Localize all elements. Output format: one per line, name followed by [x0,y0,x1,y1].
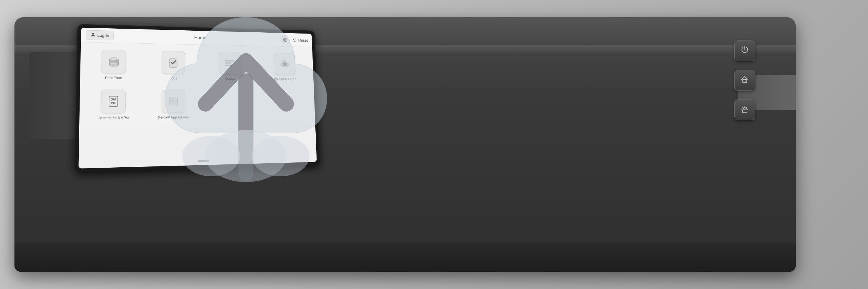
print-from-icon [107,55,121,69]
wifi-home-button[interactable] [734,99,755,120]
left-bump [29,52,81,139]
home-button[interactable] [734,70,755,91]
device-label: Device [225,77,236,81]
printbyxerox-label: @PrintByXerox [274,77,296,81]
svg-rect-19 [285,63,287,66]
jobs-icon-box [162,51,185,74]
power-button[interactable] [734,40,755,61]
user-icon [91,32,95,38]
gallery-icon [167,95,180,108]
power-icon [740,45,749,57]
svg-point-15 [225,60,226,61]
svg-rect-13 [226,63,231,64]
gallery-icon-box [162,89,185,113]
home-indicator [197,160,209,162]
device-icon [224,57,237,70]
topbar-right: Reset [281,35,308,44]
jobs-label: Jobs [170,76,177,80]
svg-rect-18 [283,63,285,66]
scene: Log In Home [0,0,868,289]
globe-button[interactable] [281,35,290,44]
xmpie-label: Connect for XMPie [97,116,129,120]
app-tile-gallery[interactable]: Xerox® App Gallery [146,86,201,122]
app-tile-device[interactable]: Device [204,49,257,84]
svg-rect-34 [742,110,747,113]
printer-bottom-bar [14,243,796,272]
app-tile-printbyxerox[interactable]: @PrintByXerox [259,50,310,84]
app-grid: Print From Jobs [79,42,315,128]
svg-point-0 [92,33,94,35]
svg-rect-14 [226,65,233,66]
xmpie-text-line1: XM [111,98,116,101]
screen: Log In Home [79,28,316,169]
app-tile-print-from[interactable]: Print From [85,46,142,83]
svg-point-17 [225,65,226,66]
login-label: Log In [97,33,109,38]
printer-body: Log In Home [14,17,796,272]
wifi-home-icon [739,104,750,116]
svg-rect-24 [169,102,173,105]
jobs-icon [167,56,180,69]
print-from-label: Print From [105,76,122,80]
login-button[interactable]: Log In [86,30,114,40]
home-icon [740,75,749,86]
svg-rect-25 [174,102,178,105]
printbyxerox-icon-box [273,53,296,75]
side-buttons-panel [734,40,755,120]
device-icon-box [219,52,241,75]
svg-rect-6 [111,63,117,67]
screen-bezel: Log In Home [75,24,320,172]
svg-point-16 [225,63,226,64]
app-tile-jobs[interactable]: Jobs [146,48,201,83]
svg-rect-12 [226,60,235,62]
screen-title: Home [194,35,206,40]
xmpie-text-line2: PIE [111,101,116,105]
print-from-icon-box [101,50,126,73]
svg-point-35 [744,109,745,110]
printbyxerox-icon [278,58,291,70]
reset-label: Reset [298,38,308,42]
screen-bottom-bar [79,154,316,169]
svg-rect-7 [111,57,117,60]
app-tile-xmpie[interactable]: XM PIE Connect for XMPie [84,86,142,123]
svg-rect-23 [174,97,178,101]
gallery-label: Xerox® App Gallery [158,115,189,119]
reset-button[interactable]: Reset [293,38,308,42]
xmpie-icon-box: XM PIE [101,89,126,113]
